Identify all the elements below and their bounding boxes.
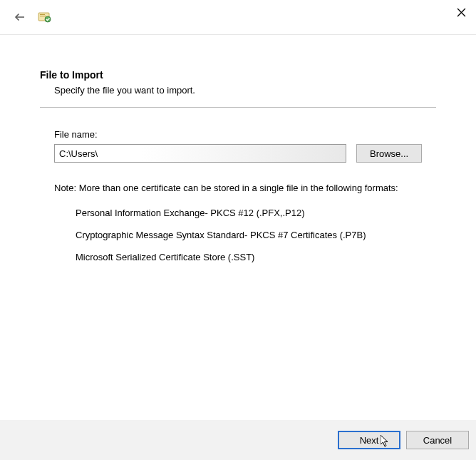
format-item: Cryptographic Message Syntax Standard- P… <box>76 230 436 240</box>
close-button[interactable] <box>455 6 467 19</box>
back-button[interactable] <box>11 9 29 26</box>
svg-point-4 <box>45 16 51 22</box>
page-subtitle: Specify the file you want to import. <box>54 85 436 96</box>
wizard-content: File to Import Specify the file you want… <box>0 35 476 262</box>
section-divider <box>40 107 436 108</box>
button-bar: Next Cancel <box>0 420 476 460</box>
title-bar <box>0 0 476 34</box>
format-item: Microsoft Serialized Certificate Store (… <box>76 252 436 262</box>
cancel-button[interactable]: Cancel <box>406 431 469 449</box>
file-name-label: File name: <box>54 129 436 140</box>
format-item: Personal Information Exchange- PKCS #12 … <box>76 208 436 218</box>
certificate-wizard-icon <box>37 9 53 25</box>
page-title: File to Import <box>40 69 436 81</box>
svg-rect-3 <box>40 16 46 16</box>
file-name-input[interactable] <box>54 144 346 163</box>
next-button[interactable]: Next <box>338 431 400 449</box>
note-text: Note: More than one certificate can be s… <box>54 183 436 193</box>
browse-button[interactable]: Browse... <box>356 144 422 163</box>
svg-rect-2 <box>40 14 45 15</box>
